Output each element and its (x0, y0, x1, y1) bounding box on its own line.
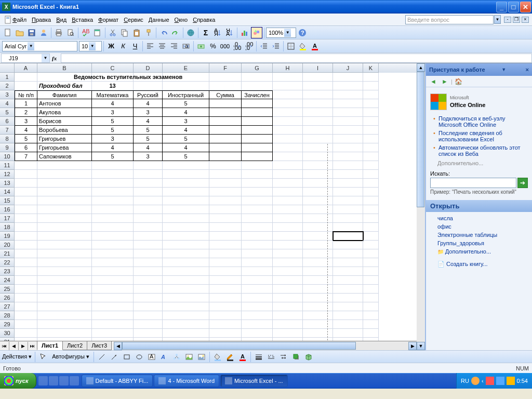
cell-K22[interactable] (363, 258, 379, 267)
cell-C22[interactable] (92, 258, 134, 267)
help-input[interactable] (405, 15, 494, 24)
row-header-27[interactable]: 27 (0, 302, 15, 311)
help-dropdown[interactable]: ▼ (494, 15, 501, 24)
cell-H28[interactable] (273, 311, 303, 320)
col-header-F[interactable]: F (209, 63, 242, 73)
cell-F25[interactable] (209, 285, 242, 294)
tray-icon[interactable] (496, 377, 504, 385)
cell-I17[interactable] (303, 214, 333, 223)
cell-F10[interactable] (209, 152, 242, 161)
cell-A17[interactable] (15, 214, 37, 223)
cell-F8[interactable] (209, 135, 242, 143)
cell-H8[interactable] (273, 135, 303, 143)
cell-D5[interactable]: 3 (134, 108, 163, 117)
cell-G3[interactable]: Зачислен (242, 90, 273, 99)
taskpane-link[interactable]: Последние сведения об использовании Exce… (433, 130, 528, 142)
taskpane-back-icon[interactable]: ◄ (428, 77, 438, 86)
spelling-icon[interactable]: ABC (80, 27, 91, 38)
cell-G20[interactable] (242, 241, 273, 249)
cell-G9[interactable] (242, 143, 273, 152)
cell-K9[interactable] (363, 143, 379, 152)
cell-E2[interactable] (163, 82, 209, 90)
cell-E9[interactable]: 4 (163, 143, 209, 152)
language-indicator[interactable]: RU (461, 378, 469, 384)
cell-I3[interactable] (303, 90, 333, 99)
cell-A23[interactable] (15, 267, 37, 276)
tray-icon[interactable] (471, 377, 480, 385)
line-style-icon[interactable] (253, 351, 264, 363)
preview-icon[interactable] (65, 27, 76, 38)
cell-G2[interactable] (242, 82, 273, 90)
cell-I4[interactable] (303, 99, 333, 108)
cell-F17[interactable] (209, 214, 242, 223)
recent-file-link[interactable]: Электронные таблицы (437, 232, 528, 238)
cell-G17[interactable] (242, 214, 273, 223)
cell-F22[interactable] (209, 258, 242, 267)
wordart-icon[interactable]: A (158, 351, 170, 363)
bold-button[interactable]: Ж (105, 41, 117, 52)
cell-C26[interactable] (92, 294, 134, 302)
cell-C12[interactable] (92, 170, 134, 179)
col-header-D[interactable]: D (134, 63, 163, 73)
cell-E17[interactable] (163, 214, 209, 223)
cell-F13[interactable] (209, 179, 242, 188)
menu-сервис[interactable]: Сервис (124, 17, 143, 23)
system-tray[interactable]: RU ‹ 0:54 (456, 373, 532, 389)
col-header-E[interactable]: E (163, 63, 209, 73)
cell-I25[interactable] (303, 285, 333, 294)
cell-B28[interactable] (37, 311, 92, 320)
row-header-17[interactable]: 17 (0, 214, 15, 223)
cell-I12[interactable] (303, 170, 333, 179)
vertical-scrollbar[interactable]: ▲▼ (417, 63, 425, 350)
cell-C21[interactable] (92, 249, 134, 258)
cell-B15[interactable] (37, 196, 92, 205)
cell-H15[interactable] (273, 196, 303, 205)
cell-J1[interactable] (333, 73, 363, 82)
row-header-13[interactable]: 13 (0, 179, 15, 188)
cell-G21[interactable] (242, 249, 273, 258)
cell-E16[interactable] (163, 205, 209, 214)
cell-F15[interactable] (209, 196, 242, 205)
cell-A4[interactable]: 1 (15, 99, 37, 108)
cell-B11[interactable] (37, 161, 92, 170)
cell-D18[interactable] (134, 223, 163, 232)
cell-B30[interactable] (37, 329, 92, 338)
textbox-icon[interactable]: A (146, 351, 157, 363)
col-header-B[interactable]: B (37, 63, 92, 73)
cell-I6[interactable] (303, 117, 333, 126)
cell-B3[interactable]: Фамилия (37, 90, 92, 99)
cell-J30[interactable] (333, 329, 363, 338)
cell-G18[interactable] (242, 223, 273, 232)
cell-F14[interactable] (209, 188, 242, 196)
cell-D3[interactable]: Русский (134, 90, 163, 99)
cell-C29[interactable] (92, 320, 134, 329)
cell-K15[interactable] (363, 196, 379, 205)
cell-D14[interactable] (134, 188, 163, 196)
zoom-combo[interactable]: 100%▼ (266, 28, 296, 38)
increase-decimal-icon[interactable]: ,0,00 (231, 41, 243, 52)
col-header-J[interactable]: J (333, 63, 363, 73)
cell-E18[interactable] (163, 223, 209, 232)
tray-icon[interactable] (486, 377, 494, 385)
row-header-2[interactable]: 2 (0, 82, 15, 90)
cell-G12[interactable] (242, 170, 273, 179)
cell-K31[interactable] (363, 338, 379, 341)
taskpane-home-icon[interactable]: 🏠 (454, 77, 464, 86)
cell-A12[interactable] (15, 170, 37, 179)
cell-I31[interactable] (303, 338, 333, 341)
row-header-11[interactable]: 11 (0, 161, 15, 170)
taskpane-fwd-icon[interactable]: ► (440, 77, 450, 86)
cell-F23[interactable] (209, 267, 242, 276)
cell-A26[interactable] (15, 294, 37, 302)
cell-G25[interactable] (242, 285, 273, 294)
cell-G30[interactable] (242, 329, 273, 338)
taskpane-link[interactable]: Автоматически обновлять этот список из В… (433, 144, 528, 157)
cell-J11[interactable] (333, 161, 363, 170)
select-all-corner[interactable] (0, 63, 15, 73)
menu-данные[interactable]: Данные (149, 17, 169, 23)
cell-H1[interactable] (273, 73, 303, 82)
arrow-style-icon[interactable] (278, 351, 289, 363)
rectangle-icon[interactable] (121, 351, 132, 363)
cell-G26[interactable] (242, 294, 273, 302)
cell-F9[interactable] (209, 143, 242, 152)
